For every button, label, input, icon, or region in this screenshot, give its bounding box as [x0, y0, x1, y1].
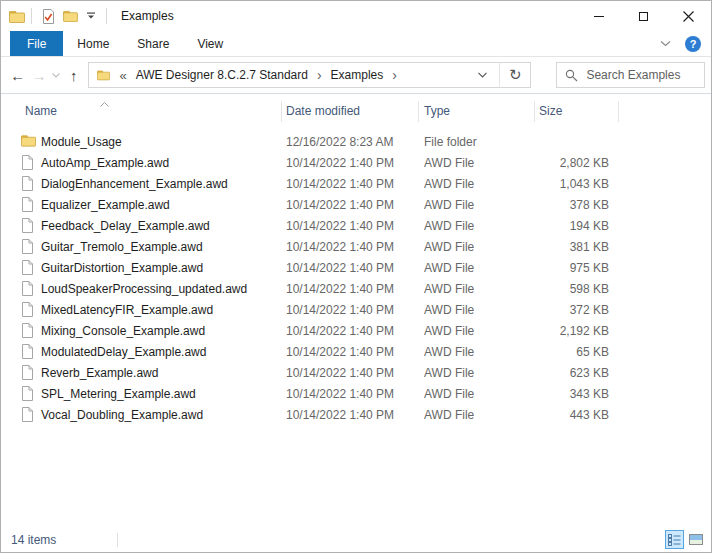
file-name: MixedLatencyFIR_Example.awd [41, 299, 213, 320]
file-type: AWD File [424, 215, 474, 236]
chevron-right-icon[interactable]: › [312, 67, 327, 83]
table-row[interactable]: GuitarDistortion_Example.awd10/14/2022 1… [1, 257, 711, 278]
column-divider[interactable] [618, 101, 619, 122]
search-box [556, 62, 705, 88]
file-name: AutoAmp_Example.awd [41, 152, 169, 173]
breadcrumb-segment[interactable]: Examples [327, 68, 388, 82]
close-button[interactable] [666, 1, 711, 31]
file-date-modified: 10/14/2022 1:40 PM [286, 194, 394, 215]
expand-ribbon-chevron[interactable] [660, 40, 671, 47]
file-type: AWD File [424, 320, 474, 341]
address-dropdown-chevron[interactable] [472, 72, 493, 78]
file-type: AWD File [424, 173, 474, 194]
details-view-button[interactable] [665, 530, 684, 549]
column-divider[interactable] [534, 101, 535, 122]
file-type: AWD File [424, 194, 474, 215]
column-header-type[interactable]: Type [424, 94, 450, 128]
file-date-modified: 10/14/2022 1:40 PM [286, 299, 394, 320]
file-date-modified: 10/14/2022 1:40 PM [286, 383, 394, 404]
ribbon-tabs: File Home Share View ? [1, 31, 711, 57]
table-row[interactable]: Module_Usage12/16/2022 8:23 AMFile folde… [1, 131, 711, 152]
table-row[interactable]: Equalizer_Example.awd10/14/2022 1:40 PMA… [1, 194, 711, 215]
table-row[interactable]: Vocal_Doubling_Example.awd10/14/2022 1:4… [1, 404, 711, 425]
recent-locations-dropdown[interactable] [50, 62, 64, 88]
file-name: DialogEnhancement_Example.awd [41, 173, 228, 194]
help-button[interactable]: ? [685, 36, 701, 52]
table-row[interactable]: DialogEnhancement_Example.awd10/14/2022 … [1, 173, 711, 194]
breadcrumb-segment[interactable]: AWE Designer 8.C.2.7 Standard [132, 68, 312, 82]
file-icon [21, 302, 33, 317]
file-name: GuitarDistortion_Example.awd [41, 257, 203, 278]
breadcrumb-overflow[interactable]: « [119, 68, 126, 83]
file-date-modified: 10/14/2022 1:40 PM [286, 236, 394, 257]
tab-file[interactable]: File [10, 31, 63, 56]
file-name: Equalizer_Example.awd [41, 194, 170, 215]
table-row[interactable]: Reverb_Example.awd10/14/2022 1:40 PMAWD … [1, 362, 711, 383]
column-header-date-modified[interactable]: Date modified [286, 94, 360, 128]
maximize-icon [639, 12, 648, 21]
caption-buttons [576, 1, 711, 31]
address-bar[interactable]: « AWE Designer 8.C.2.7 Standard › Exampl… [88, 62, 500, 88]
table-row[interactable]: Mixing_Console_Example.awd10/14/2022 1:4… [1, 320, 711, 341]
tab-share[interactable]: Share [123, 31, 183, 56]
file-name: Feedback_Delay_Example.awd [41, 215, 210, 236]
file-browser-content: Name Date modified Type Size Module_Usag… [1, 94, 711, 527]
up-button[interactable]: ↑ [63, 62, 84, 88]
tab-view[interactable]: View [183, 31, 237, 56]
file-type: File folder [424, 131, 477, 152]
minimize-icon [594, 16, 604, 17]
thumbnails-view-button[interactable] [686, 530, 705, 549]
chevron-right-icon[interactable]: › [387, 67, 402, 83]
refresh-button[interactable]: ↻ [499, 62, 531, 88]
back-button[interactable]: ← [7, 62, 28, 88]
table-row[interactable]: Guitar_Tremolo_Example.awd10/14/2022 1:4… [1, 236, 711, 257]
status-bar: 14 items [1, 527, 711, 552]
maximize-button[interactable] [621, 1, 666, 31]
file-size [534, 131, 609, 152]
table-row[interactable]: MixedLatencyFIR_Example.awd10/14/2022 1:… [1, 299, 711, 320]
navigation-bar: ← → ↑ « AWE Designer 8.C.2.7 Standard › … [1, 57, 711, 94]
file-date-modified: 12/16/2022 8:23 AM [286, 131, 393, 152]
file-date-modified: 10/14/2022 1:40 PM [286, 320, 394, 341]
forward-button[interactable]: → [28, 62, 49, 88]
folder-icon [63, 10, 78, 22]
file-icon [21, 281, 33, 296]
search-input[interactable] [586, 68, 696, 82]
qat-customize-dropdown[interactable] [82, 10, 100, 22]
file-type: AWD File [424, 257, 474, 278]
column-divider[interactable] [281, 101, 282, 122]
file-icon [21, 386, 33, 401]
address-bar-group: « AWE Designer 8.C.2.7 Standard › Exampl… [88, 62, 531, 88]
table-row[interactable]: SPL_Metering_Example.awd10/14/2022 1:40 … [1, 383, 711, 404]
column-divider[interactable] [418, 101, 419, 122]
file-name: Module_Usage [41, 131, 122, 152]
items-count: 14 items [11, 527, 56, 552]
file-icon [21, 239, 33, 254]
table-row[interactable]: Feedback_Delay_Example.awd10/14/2022 1:4… [1, 215, 711, 236]
minimize-button[interactable] [576, 1, 621, 31]
file-size: 443 KB [534, 404, 609, 425]
qat-properties-button[interactable] [38, 7, 59, 26]
file-date-modified: 10/14/2022 1:40 PM [286, 173, 394, 194]
titlebar-separator [31, 8, 32, 24]
table-row[interactable]: LoudSpeakerProcessing_updated.awd10/14/2… [1, 278, 711, 299]
file-name: ModulatedDelay_Example.awd [41, 341, 206, 362]
file-size: 381 KB [534, 236, 609, 257]
qat-new-folder-button[interactable] [59, 8, 82, 24]
details-view-icon [668, 534, 681, 546]
close-icon [683, 11, 694, 22]
table-row[interactable]: ModulatedDelay_Example.awd10/14/2022 1:4… [1, 341, 711, 362]
file-date-modified: 10/14/2022 1:40 PM [286, 341, 394, 362]
file-size: 343 KB [534, 383, 609, 404]
file-date-modified: 10/14/2022 1:40 PM [286, 152, 394, 173]
file-icon [21, 365, 33, 380]
sort-ascending-icon [100, 96, 109, 110]
file-size: 378 KB [534, 194, 609, 215]
app-folder-icon [9, 10, 25, 23]
column-header-name[interactable]: Name [25, 94, 57, 128]
tab-home[interactable]: Home [63, 31, 123, 56]
table-row[interactable]: AutoAmp_Example.awd10/14/2022 1:40 PMAWD… [1, 152, 711, 173]
folder-icon [21, 134, 36, 147]
file-type: AWD File [424, 404, 474, 425]
column-header-size[interactable]: Size [539, 94, 562, 128]
